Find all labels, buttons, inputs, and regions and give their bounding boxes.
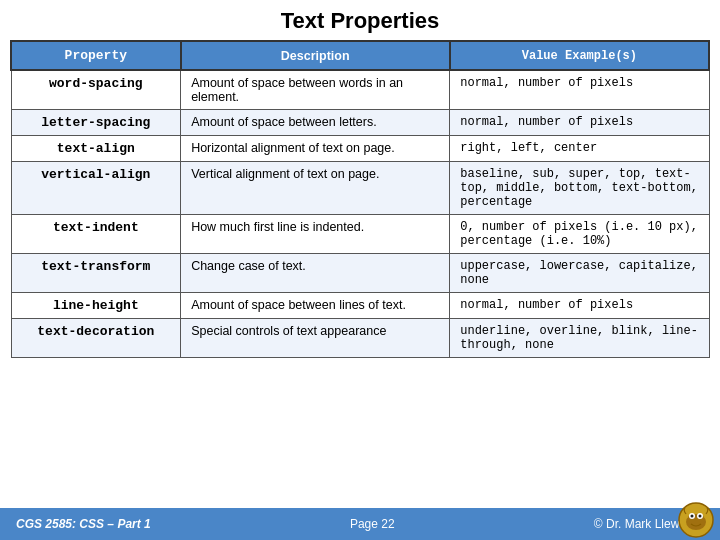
cell-value: normal, number of pixels: [450, 110, 709, 136]
page-title: Text Properties: [0, 0, 720, 40]
cell-value: normal, number of pixels: [450, 70, 709, 110]
footer: CGS 2585: CSS – Part 1 Page 22 © Dr. Mar…: [0, 508, 720, 540]
cell-description: How much first line is indented.: [181, 215, 450, 254]
svg-point-1: [686, 514, 706, 530]
cell-property: text-transform: [11, 254, 181, 293]
properties-table: Property Description Value Example(s) wo…: [10, 40, 710, 358]
cell-value: uppercase, lowercase, capitalize, none: [450, 254, 709, 293]
footer-course: CGS 2585: CSS – Part 1: [16, 517, 151, 531]
cell-value: right, left, center: [450, 136, 709, 162]
table-row: letter-spacingAmount of space between le…: [11, 110, 709, 136]
cell-property: vertical-align: [11, 162, 181, 215]
table-row: text-decorationSpecial controls of text …: [11, 319, 709, 358]
gecko-logo: [678, 502, 714, 538]
cell-property: text-decoration: [11, 319, 181, 358]
cell-description: Vertical alignment of text on page.: [181, 162, 450, 215]
cell-property: word-spacing: [11, 70, 181, 110]
header-property: Property: [11, 41, 181, 70]
table-row: text-alignHorizontal alignment of text o…: [11, 136, 709, 162]
header-value: Value Example(s): [450, 41, 709, 70]
table-row: word-spacingAmount of space between word…: [11, 70, 709, 110]
header-description: Description: [181, 41, 450, 70]
cell-value: underline, overline, blink, line-through…: [450, 319, 709, 358]
cell-property: text-indent: [11, 215, 181, 254]
table-row: text-indentHow much first line is indent…: [11, 215, 709, 254]
footer-page: Page 22: [350, 517, 395, 531]
cell-property: text-align: [11, 136, 181, 162]
cell-property: line-height: [11, 293, 181, 319]
table-row: line-heightAmount of space between lines…: [11, 293, 709, 319]
table-row: vertical-alignVertical alignment of text…: [11, 162, 709, 215]
cell-description: Amount of space between lines of text.: [181, 293, 450, 319]
cell-description: Special controls of text appearance: [181, 319, 450, 358]
svg-point-5: [699, 515, 702, 518]
cell-property: letter-spacing: [11, 110, 181, 136]
cell-description: Horizontal alignment of text on page.: [181, 136, 450, 162]
cell-value: 0, number of pixels (i.e. 10 px), percen…: [450, 215, 709, 254]
cell-description: Amount of space between words in an elem…: [181, 70, 450, 110]
cell-value: baseline, sub, super, top, text-top, mid…: [450, 162, 709, 215]
svg-point-4: [691, 515, 694, 518]
cell-description: Change case of text.: [181, 254, 450, 293]
cell-value: normal, number of pixels: [450, 293, 709, 319]
cell-description: Amount of space between letters.: [181, 110, 450, 136]
table-row: text-transformChange case of text.upperc…: [11, 254, 709, 293]
